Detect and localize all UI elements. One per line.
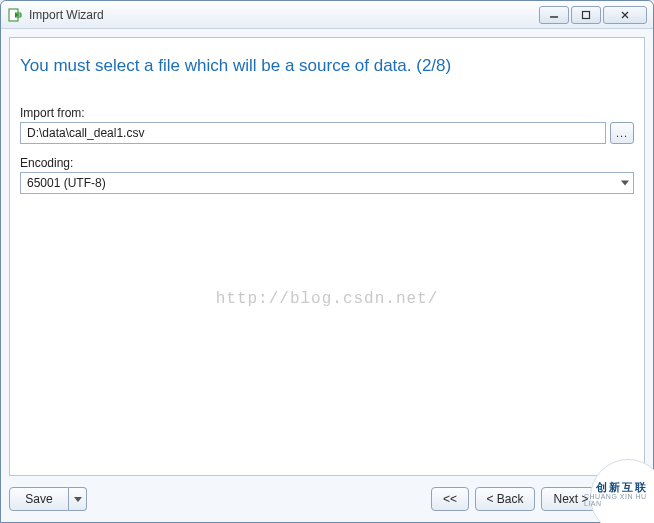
import-from-input[interactable]: D:\data\call_deal1.csv	[20, 122, 606, 144]
browse-button[interactable]: ...	[610, 122, 634, 144]
import-wizard-icon	[7, 7, 23, 23]
watermark-text: http://blog.csdn.net/	[10, 290, 644, 308]
wizard-button-bar: Save << < Back Next > >>	[9, 484, 645, 514]
last-button[interactable]: >>	[607, 487, 645, 511]
encoding-value: 65001 (UTF-8)	[27, 176, 106, 190]
chevron-down-icon	[621, 181, 629, 186]
svg-rect-2	[583, 11, 590, 18]
encoding-label: Encoding:	[20, 156, 634, 170]
wizard-heading: You must select a file which will be a s…	[10, 38, 644, 86]
window-title: Import Wizard	[29, 8, 539, 22]
save-button[interactable]: Save	[9, 487, 69, 511]
maximize-button[interactable]	[571, 6, 601, 24]
form-area: Import from: D:\data\call_deal1.csv ... …	[10, 86, 644, 194]
first-button[interactable]: <<	[431, 487, 469, 511]
close-button[interactable]	[603, 6, 647, 24]
back-button[interactable]: < Back	[475, 487, 535, 511]
next-button[interactable]: Next >	[541, 487, 601, 511]
window-controls	[539, 6, 647, 24]
import-from-label: Import from:	[20, 106, 634, 120]
chevron-down-icon	[74, 497, 82, 502]
minimize-button[interactable]	[539, 6, 569, 24]
content-frame: You must select a file which will be a s…	[9, 37, 645, 476]
save-dropdown-button[interactable]	[69, 487, 87, 511]
import-wizard-window: Import Wizard You must select a file whi…	[0, 0, 654, 523]
encoding-select[interactable]: 65001 (UTF-8)	[20, 172, 634, 194]
titlebar: Import Wizard	[1, 1, 653, 29]
